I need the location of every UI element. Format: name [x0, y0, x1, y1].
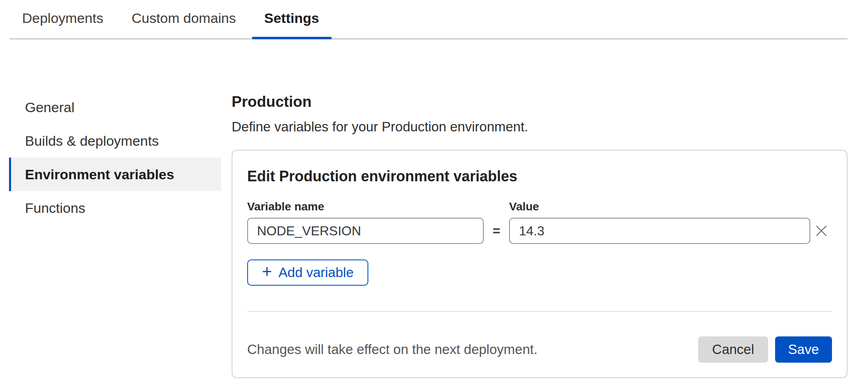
variable-value-input[interactable]: [509, 218, 810, 244]
variable-name-input[interactable]: [247, 218, 484, 244]
add-variable-label: Add variable: [279, 265, 354, 280]
tab-custom-domains[interactable]: Custom domains: [119, 9, 248, 38]
close-icon: [815, 225, 827, 237]
variable-row: =: [247, 218, 832, 244]
project-tab-bar: Deployments Custom domains Settings: [10, 0, 848, 39]
sidebar-item-general[interactable]: General: [9, 90, 221, 124]
value-label: Value: [509, 200, 810, 214]
save-button[interactable]: Save: [775, 336, 832, 363]
cancel-button[interactable]: Cancel: [698, 336, 768, 363]
variable-labels-row: Variable name Value: [247, 200, 832, 214]
settings-content: General Builds & deployments Environment…: [0, 39, 868, 378]
deployment-note: Changes will take effect on the next dep…: [247, 342, 537, 357]
sidebar-item-functions[interactable]: Functions: [9, 191, 221, 225]
section-title: Production: [232, 92, 848, 111]
tab-deployments[interactable]: Deployments: [10, 9, 115, 38]
remove-variable-button[interactable]: [812, 222, 830, 240]
sidebar-item-builds-deployments[interactable]: Builds & deployments: [9, 124, 221, 158]
sidebar-item-environment-variables[interactable]: Environment variables: [9, 158, 221, 191]
card-title: Edit Production environment variables: [247, 167, 832, 186]
section-description: Define variables for your Production env…: [232, 118, 848, 136]
card-footer: Changes will take effect on the next dep…: [247, 336, 832, 363]
edit-variables-card: Edit Production environment variables Va…: [232, 150, 848, 378]
environment-variables-panel: Production Define variables for your Pro…: [232, 39, 848, 378]
variable-name-label: Variable name: [247, 200, 484, 214]
settings-sidebar: General Builds & deployments Environment…: [9, 90, 221, 225]
equals-sign: =: [484, 223, 509, 239]
add-variable-button[interactable]: + Add variable: [247, 259, 368, 286]
tab-settings[interactable]: Settings: [252, 9, 331, 38]
plus-icon: +: [262, 263, 272, 280]
card-divider: [247, 311, 832, 312]
